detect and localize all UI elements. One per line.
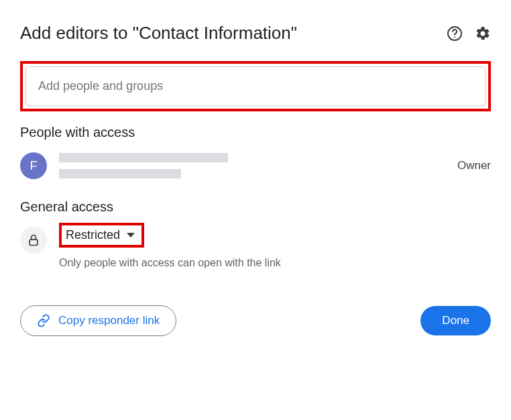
link-icon xyxy=(37,314,50,327)
add-people-input[interactable] xyxy=(25,66,486,106)
gear-icon[interactable] xyxy=(475,25,491,42)
person-email-redacted xyxy=(59,169,181,178)
person-role: Owner xyxy=(457,159,491,172)
svg-point-1 xyxy=(454,36,455,38)
header-icons xyxy=(447,25,491,42)
dialog-title: Add editors to "Contact Information" xyxy=(20,23,297,44)
general-access-row: Restricted Only people with access can o… xyxy=(20,227,491,269)
access-description: Only people with access can open with th… xyxy=(59,257,491,269)
person-info xyxy=(59,153,445,178)
help-icon[interactable] xyxy=(447,25,463,42)
dialog-header: Add editors to "Contact Information" xyxy=(20,16,491,44)
done-button[interactable]: Done xyxy=(420,306,491,335)
general-access-heading: General access xyxy=(20,199,491,215)
avatar: F xyxy=(20,152,47,179)
person-row: F Owner xyxy=(20,152,491,179)
svg-rect-2 xyxy=(30,240,38,245)
copy-link-button[interactable]: Copy responder link xyxy=(20,305,176,336)
lock-icon xyxy=(20,227,47,254)
dialog-footer: Copy responder link Done xyxy=(20,305,491,336)
chevron-down-icon xyxy=(127,233,135,238)
people-access-heading: People with access xyxy=(20,125,491,140)
copy-link-label: Copy responder link xyxy=(58,314,160,327)
access-level-label: Restricted xyxy=(66,228,120,242)
access-level-dropdown[interactable]: Restricted xyxy=(59,223,144,248)
add-people-highlight xyxy=(20,61,491,111)
access-details: Restricted Only people with access can o… xyxy=(59,227,491,269)
person-name-redacted xyxy=(59,153,228,162)
